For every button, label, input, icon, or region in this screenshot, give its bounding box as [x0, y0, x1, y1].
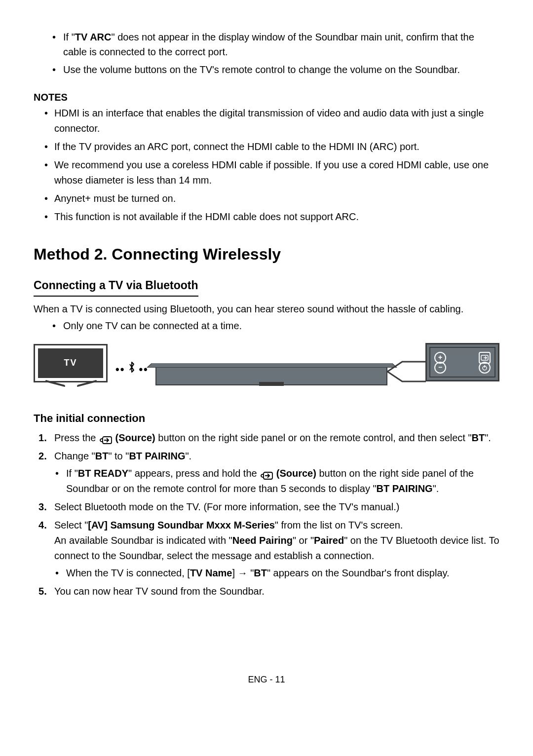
tv-stand-icon	[45, 382, 97, 386]
power-icon	[479, 362, 491, 374]
step-2-sub-1: If "BT READY" appears, press and hold th…	[55, 466, 499, 496]
step-1: Press the (Source) button on the right s…	[37, 430, 499, 446]
notes-heading: NOTES	[34, 90, 499, 105]
bluetooth-note: Only one TV can be connected at a time.	[52, 318, 499, 333]
bluetooth-link-icon: •• ••	[115, 360, 149, 379]
steps-list: Press the (Source) button on the right s…	[37, 430, 499, 599]
volume-down-icon: −	[434, 362, 446, 374]
intro-bullets: If "TV ARC" does not appear in the displ…	[52, 30, 499, 77]
step-2-sub: If "BT READY" appears, press and hold th…	[55, 466, 499, 496]
notes-list: HDMI is an interface that enables the di…	[44, 106, 499, 225]
zoom-connector-icon	[387, 361, 426, 382]
intro-bullet-1: If "TV ARC" does not appear in the displ…	[52, 30, 499, 59]
note-3: We recommend you use a coreless HDMI cab…	[44, 157, 499, 188]
step-4-sub: When the TV is connected, [TV Name] → "B…	[55, 566, 499, 581]
tv-icon: TV	[34, 344, 108, 382]
initial-connection-heading: The initial connection	[34, 410, 499, 426]
connection-diagram: TV •• •• + −	[34, 341, 499, 395]
note-5: This function is not available if the HD…	[44, 209, 499, 225]
method-2-heading: Method 2. Connecting Wirelessly	[34, 242, 499, 266]
note-1: HDMI is an interface that enables the di…	[44, 106, 499, 136]
source-icon	[99, 434, 113, 443]
note-4: Anynet+ must be turned on.	[44, 191, 499, 206]
note-2: If the TV provides an ARC port, connect …	[44, 139, 499, 154]
step-3: Select Bluetooth mode on the TV. (For mo…	[37, 499, 499, 515]
bluetooth-subheading: Connecting a TV via Bluetooth	[34, 277, 198, 297]
control-panel-icon: + −	[425, 343, 499, 381]
bluetooth-body: When a TV is connected using Bluetooth, …	[34, 302, 499, 316]
soundbar-icon	[155, 366, 387, 385]
intro-bullet-2: Use the volume buttons on the TV's remot…	[52, 62, 499, 77]
step-5: You can now hear TV sound from the Sound…	[37, 584, 499, 599]
bluetooth-note-list: Only one TV can be connected at a time.	[52, 318, 499, 333]
step-2: Change "BT" to "BT PAIRING". If "BT READ…	[37, 449, 499, 496]
bluetooth-icon	[128, 360, 136, 379]
source-icon	[260, 469, 273, 478]
step-4-sub-1: When the TV is connected, [TV Name] → "B…	[55, 566, 499, 581]
page-footer: ENG - 11	[34, 673, 499, 686]
step-4: Select "[AV] Samsung Soundbar Mxxx M-Ser…	[37, 518, 499, 581]
